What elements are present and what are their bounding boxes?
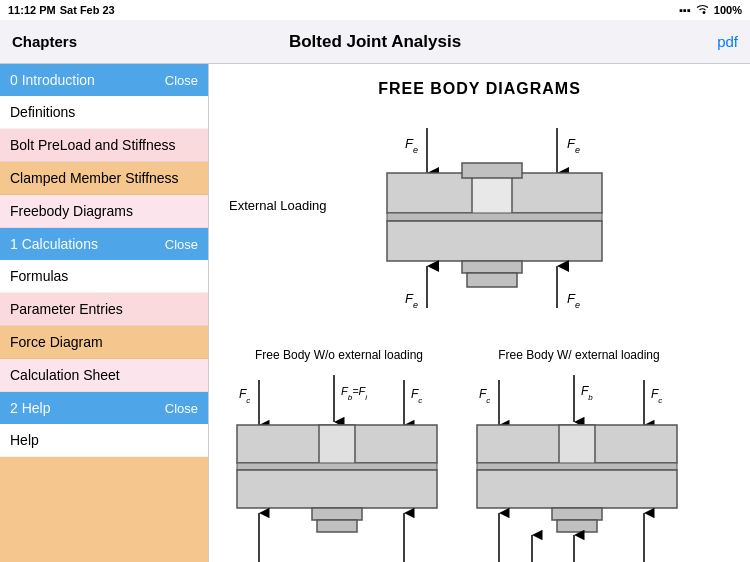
sidebar-item-formulas[interactable]: Formulas: [0, 260, 208, 293]
svg-rect-45: [477, 463, 677, 470]
svg-text:Fc: Fc: [479, 387, 490, 405]
day: Sat Feb 23: [60, 4, 115, 16]
external-loading-section: External Loading: [229, 118, 730, 318]
svg-rect-30: [317, 520, 357, 532]
svg-text:Fe: Fe: [567, 291, 580, 310]
freebody-no-external-label: Free Body W/o external loading: [255, 348, 423, 362]
section-0-introduction[interactable]: 0 Introduction Close: [0, 64, 208, 96]
page-title: FREE BODY DIAGRAMS: [229, 80, 730, 98]
section-0-close[interactable]: Close: [165, 73, 198, 88]
svg-rect-10: [387, 221, 602, 261]
sidebar-item-freebody[interactable]: Freebody Diagrams: [0, 195, 208, 228]
external-loading-diagram: Fe Fe Fe Fe: [367, 118, 627, 318]
svg-rect-47: [552, 508, 602, 520]
svg-rect-28: [237, 470, 437, 508]
sidebar-item-bolt-preload[interactable]: Bolt PreLoad and Stiffness: [0, 129, 208, 162]
header-title: Bolted Joint Analysis: [122, 32, 628, 52]
section-2-help[interactable]: 2 Help Close: [0, 392, 208, 424]
svg-text:Fe: Fe: [405, 291, 418, 310]
sidebar-item-clamped-member[interactable]: Clamped Member Stiffness: [0, 162, 208, 195]
svg-text:Fc: Fc: [651, 387, 662, 405]
sidebar-item-calculation-sheet[interactable]: Calculation Sheet: [0, 359, 208, 392]
chapters-label: Chapters: [12, 33, 122, 50]
header: Chapters Bolted Joint Analysis pdf: [0, 20, 750, 64]
svg-text:Fb=Fi: Fb=Fi: [341, 385, 367, 402]
svg-rect-9: [387, 213, 602, 221]
section-1-calculations[interactable]: 1 Calculations Close: [0, 228, 208, 260]
section-1-close[interactable]: Close: [165, 237, 198, 252]
svg-text:Fc: Fc: [411, 387, 422, 405]
freebody-no-external: Free Body W/o external loading Fc: [229, 348, 449, 562]
bottom-diagrams: Free Body W/o external loading Fc: [229, 348, 730, 562]
svg-rect-46: [477, 470, 677, 508]
svg-rect-8: [462, 163, 522, 178]
content-area: FREE BODY DIAGRAMS External Loading: [209, 64, 750, 562]
section-1-label: 1 Calculations: [10, 236, 98, 252]
pdf-link[interactable]: pdf: [628, 33, 738, 50]
svg-text:Fe: Fe: [567, 136, 580, 155]
external-loading-label: External Loading: [229, 118, 327, 213]
section-2-close[interactable]: Close: [165, 401, 198, 416]
status-bar: 11:12 PM Sat Feb 23 ▪▪▪ 100%: [0, 0, 750, 20]
main: 0 Introduction Close Definitions Bolt Pr…: [0, 64, 750, 562]
section-0-label: 0 Introduction: [10, 72, 95, 88]
svg-rect-27: [237, 463, 437, 470]
svg-text:Fb: Fb: [581, 384, 593, 402]
freebody-no-external-diagram: Fc Fc Fb=Fi: [229, 370, 449, 562]
freebody-with-external-diagram: Fc Fc Fb: [469, 370, 689, 562]
battery: 100%: [714, 4, 742, 16]
sidebar-item-definitions[interactable]: Definitions: [0, 96, 208, 129]
sidebar-item-force-diagram[interactable]: Force Diagram: [0, 326, 208, 359]
freebody-with-external: Free Body W/ external loading Fc: [469, 348, 689, 562]
svg-rect-29: [312, 508, 362, 520]
svg-text:Fc: Fc: [239, 387, 250, 405]
sidebar-filler: [0, 457, 208, 562]
freebody-with-external-label: Free Body W/ external loading: [498, 348, 659, 362]
svg-rect-48: [557, 520, 597, 532]
sidebar: 0 Introduction Close Definitions Bolt Pr…: [0, 64, 209, 562]
sidebar-item-help[interactable]: Help: [0, 424, 208, 457]
wifi-icon: [695, 3, 710, 17]
svg-text:Fe: Fe: [405, 136, 418, 155]
svg-rect-12: [467, 273, 517, 287]
section-2-label: 2 Help: [10, 400, 50, 416]
time: 11:12 PM: [8, 4, 56, 16]
svg-rect-11: [462, 261, 522, 273]
signal-icon: ▪▪▪: [679, 4, 691, 16]
sidebar-item-parameter-entries[interactable]: Parameter Entries: [0, 293, 208, 326]
